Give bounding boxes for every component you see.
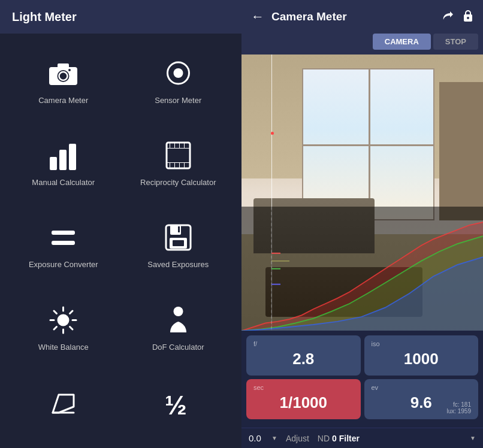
iso-box[interactable]: iso 1000 <box>364 335 479 376</box>
lines-icon <box>46 221 81 254</box>
eraser-icon <box>46 386 81 419</box>
ev-box[interactable]: ev 9.6 fc: 181 lux: 1959 <box>364 379 479 419</box>
svg-line-33 <box>54 311 57 314</box>
svg-rect-16 <box>184 143 185 148</box>
shutter-box[interactable]: sec 1/1000 <box>246 379 361 419</box>
app-title: Light Meter <box>12 10 77 24</box>
histogram-overlay <box>242 207 483 331</box>
ev-label: ev <box>372 384 379 391</box>
menu-label-saved-exposures: Saved Exposures <box>147 260 209 269</box>
floppy-icon <box>160 221 196 254</box>
left-panel: Light Meter Camera Meter <box>0 0 242 448</box>
svg-rect-26 <box>173 240 184 246</box>
lock-button[interactable] <box>463 10 473 25</box>
half-icon: ½ <box>160 386 196 419</box>
menu-item-reciprocity-calculator[interactable]: Reciprocity Calculator <box>121 122 236 204</box>
sensor-icon <box>160 57 196 90</box>
fc-value: fc: 181 <box>453 401 471 408</box>
svg-rect-22 <box>52 241 75 245</box>
svg-rect-27 <box>178 226 180 232</box>
person-icon <box>160 304 196 337</box>
camera-toggle: CAMERA STOP <box>242 34 483 55</box>
lux-value: lux: 1959 <box>446 408 471 414</box>
menu-item-dof-calculator[interactable]: DoF Calculator <box>121 286 236 368</box>
camera-view <box>242 55 483 331</box>
svg-line-36 <box>54 326 57 329</box>
svg-text:½: ½ <box>165 391 187 419</box>
iso-value: 1000 <box>372 340 472 371</box>
right-panel: ← Camera Meter CAMERA STOP <box>242 0 483 448</box>
film-icon <box>160 139 196 172</box>
svg-line-35 <box>70 311 73 314</box>
stop-toggle-button[interactable]: STOP <box>433 34 478 50</box>
menu-label-reciprocity-calculator: Reciprocity Calculator <box>140 178 216 187</box>
menu-label-camera-meter: Camera Meter <box>38 96 88 105</box>
svg-rect-13 <box>170 143 170 148</box>
svg-rect-14 <box>174 143 175 148</box>
histogram-svg <box>242 207 483 331</box>
svg-point-37 <box>173 307 183 316</box>
svg-point-6 <box>173 68 183 78</box>
nd-label: ND <box>318 434 330 443</box>
nd-filter-box[interactable]: ND 0 Filter ▼ <box>318 434 476 443</box>
menu-label-dof-calculator: DoF Calculator <box>152 343 204 352</box>
svg-rect-1 <box>58 63 69 69</box>
svg-point-28 <box>58 314 70 326</box>
right-header: ← Camera Meter <box>242 0 483 34</box>
svg-rect-7 <box>50 157 57 170</box>
svg-rect-20 <box>184 163 185 168</box>
svg-rect-18 <box>174 163 175 168</box>
menu-label-white-balance: White Balance <box>38 343 89 352</box>
svg-point-4 <box>68 69 71 71</box>
right-panel-title: Camera Meter <box>271 10 441 23</box>
menu-grid: Camera Meter Sensor Meter Manual Calc <box>0 34 242 448</box>
ev-sub: fc: 181 lux: 1959 <box>446 401 471 414</box>
shutter-value: 1/1000 <box>253 384 354 414</box>
menu-item-camera-meter[interactable]: Camera Meter <box>6 40 121 122</box>
svg-line-34 <box>70 326 73 329</box>
shutter-label: sec <box>253 384 264 391</box>
top-measurement-row: f/ 2.8 iso 1000 <box>246 335 478 376</box>
adjust-dropdown[interactable]: ▼ <box>271 435 277 441</box>
menu-item-white-balance[interactable]: White Balance <box>6 286 121 368</box>
room-shelf <box>439 82 483 220</box>
bars-icon <box>46 139 81 172</box>
nd-chevron-icon: ▼ <box>470 435 476 441</box>
room-window <box>302 68 435 220</box>
back-button[interactable]: ← <box>251 9 264 25</box>
svg-rect-19 <box>179 163 180 168</box>
svg-rect-11 <box>167 148 190 149</box>
share-button[interactable] <box>441 10 453 25</box>
menu-label-exposure-converter: Exposure Converter <box>29 260 98 269</box>
sun-icon <box>46 304 81 337</box>
svg-rect-21 <box>52 231 75 235</box>
svg-rect-8 <box>59 150 67 170</box>
measurement-panel: f/ 2.8 iso 1000 sec 1/1000 ev 9.6 fc: 18… <box>242 331 483 428</box>
menu-label-sensor-meter: Sensor Meter <box>155 96 201 105</box>
svg-rect-15 <box>179 143 180 148</box>
iso-label: iso <box>372 340 380 347</box>
menu-label-manual-calculator: Manual Calculator <box>32 178 95 187</box>
bottom-measurement-row: sec 1/1000 ev 9.6 fc: 181 lux: 1959 <box>246 379 478 419</box>
aperture-label: f/ <box>253 340 257 347</box>
svg-point-41 <box>467 17 469 19</box>
adjust-value: 0.0 <box>249 433 267 443</box>
bottom-bar: 0.0 ▼ Adjust ND 0 Filter ▼ <box>242 428 483 448</box>
menu-item-sensor-meter[interactable]: Sensor Meter <box>121 40 236 122</box>
menu-item-exposure-converter[interactable]: Exposure Converter <box>6 204 121 286</box>
camera-toggle-button[interactable]: CAMERA <box>373 34 431 50</box>
svg-rect-17 <box>170 163 170 168</box>
menu-item-saved-exposures[interactable]: Saved Exposures <box>121 204 236 286</box>
chevron-down-icon: ▼ <box>271 435 277 441</box>
menu-item-eraser[interactable] <box>6 369 121 442</box>
adjust-label: Adjust <box>286 434 309 443</box>
nd-value: 0 Filter <box>332 434 360 443</box>
aperture-box[interactable]: f/ 2.8 <box>246 335 361 376</box>
svg-rect-9 <box>69 144 76 170</box>
menu-item-manual-calculator[interactable]: Manual Calculator <box>6 122 121 204</box>
svg-rect-12 <box>167 162 190 163</box>
aperture-value: 2.8 <box>253 340 354 371</box>
camera-icon <box>46 57 81 90</box>
menu-item-half[interactable]: ½ <box>121 369 236 442</box>
left-header: Light Meter <box>0 0 242 34</box>
